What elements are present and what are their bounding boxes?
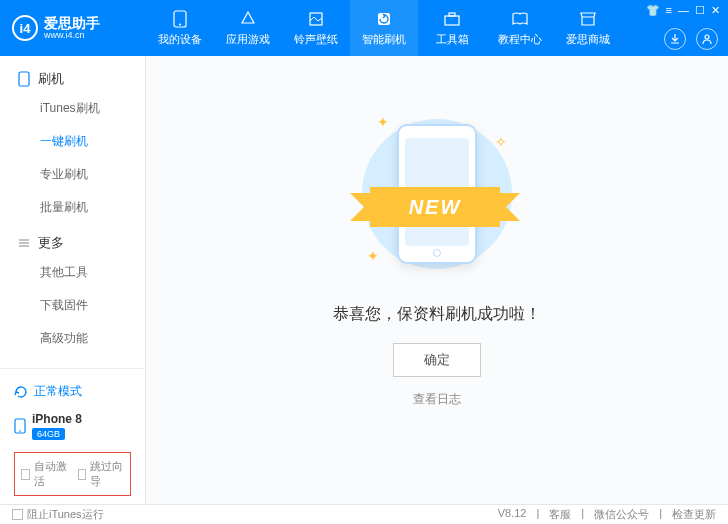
view-log-link[interactable]: 查看日志 <box>413 391 461 408</box>
block-itunes-checkbox[interactable]: 阻止iTunes运行 <box>12 507 104 522</box>
nav-apps[interactable]: 应用游戏 <box>214 0 282 56</box>
logo-icon: i4 <box>12 15 38 41</box>
flash-icon <box>375 10 393 28</box>
confirm-button[interactable]: 确定 <box>393 343 481 377</box>
maximize-icon[interactable]: ☐ <box>695 4 705 17</box>
success-message: 恭喜您，保资料刷机成功啦！ <box>333 304 541 325</box>
device-row[interactable]: iPhone 8 64GB <box>10 406 135 446</box>
header-actions <box>664 28 718 50</box>
auto-activate-checkbox[interactable]: 自动激活 <box>21 459 68 489</box>
success-illustration: ✦ ✧ ✦ NEW <box>337 104 537 284</box>
sidebar-item-advanced[interactable]: 高级功能 <box>0 322 145 355</box>
user-button[interactable] <box>696 28 718 50</box>
sidebar-item-onekey-flash[interactable]: 一键刷机 <box>0 125 145 158</box>
sidebar: 刷机 iTunes刷机 一键刷机 专业刷机 批量刷机 更多 其他工具 下载固件 … <box>0 56 146 504</box>
app-url: www.i4.cn <box>44 30 100 40</box>
window-controls: 👕 ≡ — ☐ ✕ <box>646 4 720 17</box>
device-icon <box>14 418 26 434</box>
wechat-link[interactable]: 微信公众号 <box>594 507 649 522</box>
nav-toolbox[interactable]: 工具箱 <box>418 0 486 56</box>
top-nav: 我的设备 应用游戏 铃声壁纸 智能刷机 工具箱 教程中心 爱思商城 <box>146 0 622 56</box>
store-icon <box>579 10 597 28</box>
check-update-link[interactable]: 检查更新 <box>672 507 716 522</box>
nav-store[interactable]: 爱思商城 <box>554 0 622 56</box>
statusbar: 阻止iTunes运行 V8.12| 客服| 微信公众号| 检查更新 <box>0 504 728 524</box>
svg-rect-4 <box>445 16 459 25</box>
menu-lines-icon <box>18 237 30 249</box>
support-link[interactable]: 客服 <box>549 507 571 522</box>
toolbox-icon <box>443 10 461 28</box>
phone-outline-icon <box>18 71 30 87</box>
new-banner: NEW <box>370 187 500 227</box>
nav-tutorials[interactable]: 教程中心 <box>486 0 554 56</box>
minimize-icon[interactable]: — <box>678 4 689 17</box>
logo: i4 爱思助手 www.i4.cn <box>0 15 146 41</box>
nav-flash[interactable]: 智能刷机 <box>350 0 418 56</box>
apps-icon <box>239 10 257 28</box>
checkbox-row: 自动激活 跳过向导 <box>14 452 131 496</box>
nav-my-device[interactable]: 我的设备 <box>146 0 214 56</box>
svg-rect-5 <box>449 13 455 16</box>
phone-icon <box>171 10 189 28</box>
wallpaper-icon <box>307 10 325 28</box>
svg-point-9 <box>19 430 21 432</box>
sidebar-item-download-fw[interactable]: 下载固件 <box>0 289 145 322</box>
refresh-icon <box>14 385 28 399</box>
book-icon <box>511 10 529 28</box>
sidebar-item-other-tools[interactable]: 其他工具 <box>0 256 145 289</box>
download-button[interactable] <box>664 28 686 50</box>
sidebar-footer: 正常模式 iPhone 8 64GB 自动激活 跳过向导 <box>0 368 145 504</box>
skin-icon[interactable]: 👕 <box>646 4 660 17</box>
skip-wizard-checkbox[interactable]: 跳过向导 <box>78 459 125 489</box>
device-name: iPhone 8 <box>32 412 82 426</box>
svg-rect-7 <box>19 72 29 86</box>
close-icon[interactable]: ✕ <box>711 4 720 17</box>
svg-point-6 <box>705 35 709 39</box>
sidebar-item-batch-flash[interactable]: 批量刷机 <box>0 191 145 224</box>
app-name: 爱思助手 <box>44 16 100 30</box>
mode-row[interactable]: 正常模式 <box>10 377 135 406</box>
main-content: ✦ ✧ ✦ NEW 恭喜您，保资料刷机成功啦！ 确定 查看日志 <box>146 56 728 504</box>
storage-badge: 64GB <box>32 428 65 440</box>
menu-icon[interactable]: ≡ <box>666 4 672 17</box>
sidebar-item-pro-flash[interactable]: 专业刷机 <box>0 158 145 191</box>
svg-point-1 <box>179 23 181 25</box>
header: i4 爱思助手 www.i4.cn 我的设备 应用游戏 铃声壁纸 智能刷机 工具… <box>0 0 728 56</box>
sidebar-group-flash: 刷机 <box>0 66 145 92</box>
version-label: V8.12 <box>498 507 527 522</box>
nav-ringtones[interactable]: 铃声壁纸 <box>282 0 350 56</box>
sidebar-group-more: 更多 <box>0 230 145 256</box>
sidebar-item-itunes-flash[interactable]: iTunes刷机 <box>0 92 145 125</box>
